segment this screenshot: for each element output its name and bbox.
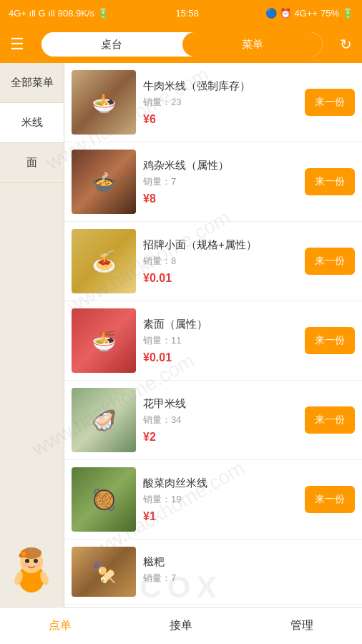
food-list: 🍜 牛肉米线（强制库存） 销量：23 ¥6 来一份 🍲 鸡杂米线（属性） 销量：… — [64, 63, 362, 607]
food-image: 🍲 — [72, 150, 136, 214]
food-info: 招牌小面（规格+属性） 销量：8 ¥0.01 — [136, 235, 305, 288]
food-sales: 销量：34 — [143, 414, 298, 426]
battery-icon: 🔋 — [342, 8, 353, 19]
food-item: 🍜 牛肉米线（强制库存） 销量：23 ¥6 来一份 — [64, 63, 362, 142]
mascot-icon — [12, 546, 52, 592]
sidebar-mascot — [0, 532, 64, 607]
food-name: 牛肉米线（强制库存） — [143, 79, 298, 93]
add-to-order-button[interactable]: 来一份 — [305, 486, 355, 513]
main-content: 全部菜单 米线 面 — [0, 63, 362, 607]
add-to-order-button[interactable]: 来一份 — [305, 248, 355, 275]
food-info: 牛肉米线（强制库存） 销量：23 ¥6 — [136, 76, 305, 129]
food-name: 鸡杂米线（属性） — [143, 158, 298, 172]
nav-manage[interactable]: 管理 — [241, 608, 362, 644]
add-to-order-button[interactable]: 来一份 — [305, 406, 355, 434]
battery-text: 75% — [321, 8, 339, 19]
add-to-order-button[interactable]: 来一份 — [305, 89, 355, 116]
charging-icon: 🔋 — [97, 8, 109, 19]
food-price: ¥1 — [143, 510, 298, 523]
food-info: 糍粑 销量：7 — [136, 552, 355, 592]
food-item: 🥘 酸菜肉丝米线 销量：19 ¥1 来一份 — [64, 460, 362, 540]
food-item: 🍢 糍粑 销量：7 — [64, 540, 362, 605]
food-info: 花甲米线 销量：34 ¥2 — [136, 394, 305, 447]
food-image: 🍜 — [72, 70, 136, 135]
food-sales: 销量：8 — [143, 255, 298, 268]
food-info: 酸菜肉丝米线 销量：19 ¥1 — [136, 473, 305, 526]
food-image: 🥘 — [72, 467, 136, 532]
food-item: 🍜 素面（属性） 销量：11 ¥0.01 来一份 — [64, 301, 362, 381]
sidebar-item-all[interactable]: 全部菜单 — [0, 63, 64, 103]
svg-point-4 — [34, 559, 38, 563]
sidebar-item-noodle[interactable]: 面 — [0, 143, 64, 183]
sidebar: 全部菜单 米线 面 — [0, 63, 64, 607]
clock-icon: ⏰ — [280, 8, 291, 19]
svg-point-5 — [23, 562, 27, 567]
status-right: 🔵 ⏰ 4G++ 75% 🔋 — [265, 8, 353, 19]
nav-order[interactable]: 点单 — [0, 608, 121, 644]
food-item: 🍝 招牌小面（规格+属性） 销量：8 ¥0.01 来一份 — [64, 222, 362, 301]
svg-point-3 — [25, 559, 29, 563]
svg-point-9 — [21, 552, 26, 556]
svg-point-6 — [36, 562, 40, 567]
food-sales: 销量：19 — [143, 493, 298, 506]
food-sales: 销量：23 — [143, 96, 298, 109]
bottom-navigation: 点单 接单 管理 — [0, 607, 362, 644]
food-sales: 销量：7 — [143, 572, 348, 585]
food-image: 🦪 — [72, 388, 136, 452]
food-name: 糍粑 — [143, 555, 348, 569]
food-name: 酸菜肉丝米线 — [143, 476, 298, 490]
status-bar: 4G+ ıll G ıll 808.9K/s 🔋 15:58 🔵 ⏰ 4G++ … — [0, 0, 362, 26]
sidebar-item-mixian[interactable]: 米线 — [0, 103, 64, 143]
tab-table[interactable]: 桌台 — [41, 32, 182, 57]
time-display: 15:58 — [175, 8, 199, 19]
hamburger-menu-icon[interactable]: ☰ — [7, 32, 27, 57]
add-to-order-button[interactable]: 来一份 — [305, 168, 355, 195]
speed-text: 808.9K/s — [58, 8, 94, 19]
food-price: ¥0.01 — [143, 272, 298, 285]
food-item: 🦪 花甲米线 销量：34 ¥2 来一份 — [64, 381, 362, 460]
tab-switcher: 桌台 菜单 — [41, 32, 323, 57]
bluetooth-icon: 🔵 — [265, 8, 277, 19]
header: ☰ 桌台 菜单 ↻ — [0, 26, 362, 63]
food-image: 🍢 — [72, 547, 136, 597]
food-name: 招牌小面（规格+属性） — [143, 238, 298, 252]
food-price: ¥0.01 — [143, 351, 298, 364]
food-price: ¥8 — [143, 192, 298, 205]
food-info: 鸡杂米线（属性） 销量：7 ¥8 — [136, 155, 305, 208]
food-name: 素面（属性） — [143, 317, 298, 331]
status-left: 4G+ ıll G ıll 808.9K/s 🔋 — [9, 8, 109, 19]
food-image: 🍜 — [72, 308, 136, 373]
food-item: 🍲 鸡杂米线（属性） 销量：7 ¥8 来一份 — [64, 142, 362, 222]
food-image: 🍝 — [72, 229, 136, 293]
food-name: 花甲米线 — [143, 396, 298, 411]
add-to-order-button[interactable]: 来一份 — [305, 327, 355, 354]
refresh-icon[interactable]: ↻ — [337, 33, 355, 56]
food-sales: 销量：11 — [143, 334, 298, 347]
network-icon: 4G++ — [294, 8, 318, 19]
tab-menu[interactable]: 菜单 — [182, 32, 323, 57]
signal-text: 4G+ ıll G ıll — [9, 8, 55, 19]
food-info: 素面（属性） 销量：11 ¥0.01 — [136, 314, 305, 367]
food-price: ¥6 — [143, 113, 298, 126]
food-price: ¥2 — [143, 431, 298, 444]
nav-receive[interactable]: 接单 — [121, 608, 242, 644]
food-sales: 销量：7 — [143, 175, 298, 188]
